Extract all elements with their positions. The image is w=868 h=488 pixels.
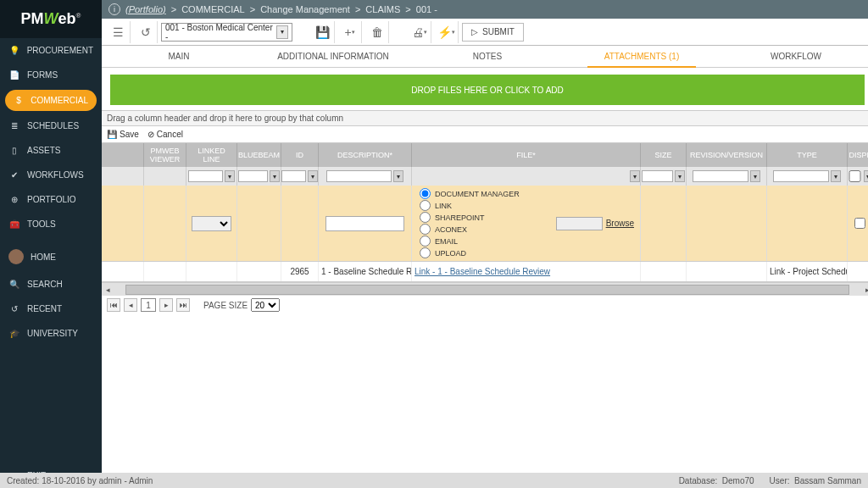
cancel-button[interactable]: ⊘Cancel [147,130,183,139]
sidebar-item-procurement[interactable]: 💡PROCUREMENT [0,38,102,63]
horizontal-scrollbar[interactable]: ◂ ▸ [102,282,868,296]
filter-icon[interactable]: ▾ [630,170,640,182]
filter-input[interactable] [281,170,306,182]
sidebar-item-search[interactable]: 🔍SEARCH [0,272,102,297]
sidebar-item-schedules[interactable]: ≣SCHEDULES [0,114,102,138]
filter-input[interactable] [773,170,829,182]
save-small-icon: 💾 [107,130,117,139]
save-icon[interactable]: 💾 [311,21,335,43]
column-header[interactable]: LINKED LINE [186,143,237,167]
scroll-right-icon[interactable]: ▸ [861,284,868,296]
browse-link[interactable]: Browse [606,219,634,228]
file-link[interactable]: Link - 1 - Baseline Schedule Review [415,267,550,276]
filter-input[interactable] [326,170,391,182]
radio-link[interactable]: LINK [420,200,556,211]
radio-input[interactable] [420,200,431,211]
last-page-button[interactable]: ⏭ [176,298,190,312]
filter-icon[interactable]: ▾ [393,170,403,182]
column-header[interactable] [102,143,144,167]
filter-icon[interactable]: ▾ [225,170,235,182]
radio-document-manager[interactable]: DOCUMENT MANAGER [420,188,556,199]
filter-icon[interactable]: ▾ [864,170,868,182]
breadcrumb-record[interactable]: 001 - [416,4,437,14]
radio-email[interactable]: EMAIL [420,236,556,247]
page-size-select[interactable]: 20 [251,298,280,312]
display-checkbox[interactable] [854,218,865,229]
scrollbar-track[interactable] [125,285,849,295]
filter-icon[interactable]: ▾ [308,170,318,182]
filter-input[interactable] [238,170,269,182]
radio-input[interactable] [420,247,431,258]
print-icon[interactable]: 🖨▾ [408,21,431,43]
add-icon[interactable]: +▾ [338,21,362,43]
table-row[interactable]: 2965 1 - Baseline Schedule Review Link -… [102,262,868,282]
sidebar-item-assets[interactable]: ▯ASSETS [0,138,102,163]
filter-input[interactable] [188,170,223,182]
filter-input[interactable] [642,170,673,182]
filter-icon[interactable]: ▾ [750,170,760,182]
project-dropdown[interactable]: 001 - Boston Medical Center - ▾ [161,23,292,42]
column-header[interactable]: ID [281,143,319,167]
history-icon[interactable]: ↺ [134,21,158,43]
column-header[interactable]: BLUEBEAM [237,143,281,167]
first-page-button[interactable]: ⏮ [107,298,120,312]
breadcrumb-portfolio[interactable]: (Portfolio) [125,4,166,14]
radio-input[interactable] [420,212,431,223]
radio-input[interactable] [420,188,431,199]
radio-upload[interactable]: UPLOAD [420,247,556,258]
column-header[interactable]: DESCRIPTION* [319,143,412,167]
sidebar-item-commercial[interactable]: $COMMERCIAL [5,90,97,111]
column-header[interactable]: REVISION/VERSION [687,143,767,167]
tab-workflow[interactable]: WORKFLOW [719,46,868,67]
group-bar[interactable]: Drag a column header and drop it here to… [102,111,868,126]
filter-cell: ▾ [687,167,767,186]
radio-sharepoint[interactable]: SHAREPOINT [420,212,556,223]
column-header[interactable]: DISPL [848,143,868,167]
sidebar-item-tools[interactable]: 🧰TOOLS [0,212,102,236]
sidebar-item-label: FORMS [27,70,58,80]
sidebar-item-label: RECENT [27,304,62,313]
radio-input[interactable] [420,236,431,247]
column-header[interactable]: FILE* [412,143,641,167]
filter-icon[interactable]: ▾ [675,170,685,182]
sidebar-item-home[interactable]: HOME [0,241,102,272]
radio-aconex[interactable]: ACONEX [420,224,556,235]
dropzone[interactable]: DROP FILES HERE OR CLICK TO ADD [110,75,865,105]
description-input[interactable] [326,216,404,231]
submit-button[interactable]: ▷ SUBMIT [462,23,524,42]
scroll-left-icon[interactable]: ◂ [102,284,114,296]
filter-icon[interactable]: ▾ [831,170,841,182]
info-icon[interactable]: i [108,3,120,15]
filter-cell: ▾ [319,167,412,186]
status-created: Created: 18-10-2016 by admin - Admin [7,476,153,485]
save-button[interactable]: 💾Save [107,130,139,139]
filter-icon[interactable]: ▾ [270,170,280,182]
sidebar-item-forms[interactable]: 📄FORMS [0,63,102,87]
delete-icon[interactable]: 🗑 [365,21,389,43]
filter-checkbox[interactable] [848,170,862,182]
sidebar-item-recent[interactable]: ↺RECENT [0,297,102,321]
sidebar-item-university[interactable]: 🎓UNIVERSITY [0,321,102,346]
breadcrumb-claims[interactable]: CLAIMS [365,4,400,14]
prev-page-button[interactable]: ◂ [124,298,137,312]
column-header[interactable]: PMWEB VIEWER [144,143,186,167]
list-icon[interactable]: ☰ [107,21,131,43]
tab-additional-information[interactable]: ADDITIONAL INFORMATION [256,46,410,67]
radio-input[interactable] [420,224,431,235]
breadcrumb-change[interactable]: Change Management [260,4,350,14]
tab-notes[interactable]: NOTES [410,46,565,67]
tabs: MAINADDITIONAL INFORMATIONNOTESATTACHMEN… [102,46,868,68]
page-number[interactable]: 1 [141,298,156,312]
sidebar-item-workflows[interactable]: ✔WORKFLOWS [0,163,102,187]
grid-filter-row: ▾▾▾▾▾▾▾▾▾ [102,167,868,186]
linked-line-select[interactable] [192,216,232,231]
column-header[interactable]: SIZE [641,143,687,167]
action-icon[interactable]: ⚡▾ [435,21,459,43]
filter-input[interactable] [693,170,748,182]
next-page-button[interactable]: ▸ [159,298,173,312]
column-header[interactable]: TYPE [767,143,848,167]
sidebar-item-portfolio[interactable]: ⊕PORTFOLIO [0,187,102,212]
tab-attachments-[interactable]: ATTACHMENTS (1) [565,46,719,67]
tab-main[interactable]: MAIN [102,46,256,67]
breadcrumb-commercial[interactable]: COMMERCIAL [181,4,245,14]
